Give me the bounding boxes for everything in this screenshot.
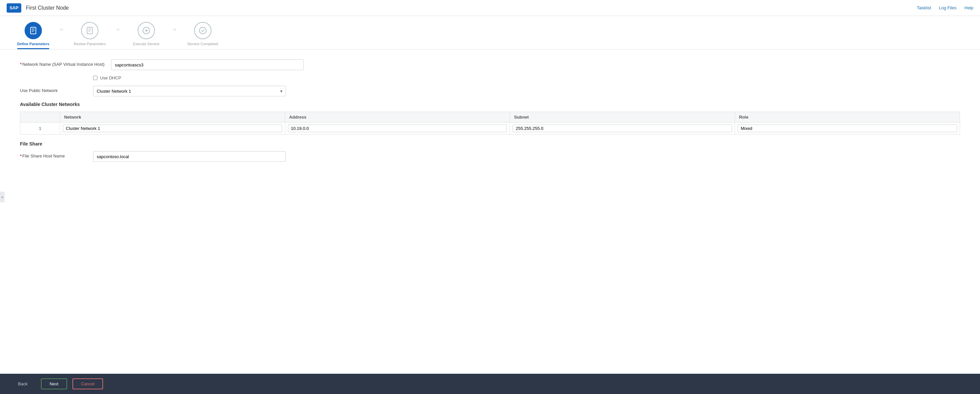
header-nav: Tasklist Log Files Help [917, 5, 974, 10]
wizard-arrow-3: ›› [166, 22, 183, 32]
tasklist-link[interactable]: Tasklist [917, 5, 931, 10]
help-link[interactable]: Help [964, 5, 974, 10]
wizard-arrow-2: ›› [110, 22, 126, 32]
define-step-label: Define Parameters [17, 42, 49, 49]
completed-step-icon [194, 22, 212, 39]
network-name-required: * [20, 62, 22, 67]
row-num: 1 [20, 122, 60, 135]
wizard-steps: Define Parameters ›› Review Parameters ›… [0, 16, 980, 49]
col-role: Role [735, 112, 960, 122]
footer: Back Next Cancel [0, 374, 980, 394]
wizard-step-execute[interactable]: Execute Service [126, 22, 166, 49]
svg-rect-4 [87, 27, 92, 34]
use-public-network-select-wrapper: Cluster Network 1 Cluster Network 2 [93, 86, 286, 96]
wizard-step-define[interactable]: Define Parameters [13, 22, 53, 49]
file-share-title: File Share [20, 141, 960, 146]
row-network-input[interactable] [63, 125, 282, 132]
row-subnet [510, 122, 735, 135]
row-role-input[interactable] [738, 125, 957, 132]
svg-point-10 [199, 27, 206, 34]
wizard-step-review[interactable]: Review Parameters [70, 22, 110, 49]
network-name-input-wrapper [111, 59, 304, 70]
review-step-icon [81, 22, 99, 39]
network-name-row: *Network Name (SAP Virtual Instance Host… [20, 59, 960, 70]
svg-rect-0 [30, 27, 36, 34]
define-step-icon [25, 22, 42, 39]
use-public-network-label: Use Public Network [20, 86, 86, 94]
main-content: *Network Name (SAP Virtual Instance Host… [0, 49, 980, 374]
row-subnet-input[interactable] [512, 125, 732, 132]
completed-step-label: Service Completed [188, 42, 218, 49]
use-dhcp-checkbox[interactable] [93, 76, 97, 80]
use-public-network-row: Use Public Network Cluster Network 1 Clu… [20, 86, 960, 96]
row-address [285, 122, 510, 135]
header: SAP First Cluster Node Tasklist Log File… [0, 0, 980, 16]
next-button[interactable]: Next [41, 378, 67, 389]
wizard-step-completed[interactable]: Service Completed [183, 22, 223, 49]
row-role [735, 122, 960, 135]
network-name-label: *Network Name (SAP Virtual Instance Host… [20, 59, 104, 67]
review-step-label: Review Parameters [74, 42, 106, 49]
cancel-button[interactable]: Cancel [72, 378, 103, 389]
back-button[interactable]: Back [10, 379, 35, 389]
available-cluster-networks-title: Available Cluster Networks [20, 102, 960, 107]
sap-logo: SAP [6, 3, 21, 13]
table-row: 1 [20, 122, 960, 135]
col-network: Network [60, 112, 285, 122]
wizard-arrow-1: ›› [53, 22, 70, 32]
file-share-required: * [20, 154, 22, 159]
col-num [20, 112, 60, 122]
network-name-input[interactable] [111, 59, 304, 70]
sidebar-toggle[interactable]: » [0, 192, 5, 202]
logfiles-link[interactable]: Log Files [939, 5, 957, 10]
svg-marker-9 [146, 29, 148, 32]
cluster-table: Network Address Subnet Role 1 [20, 112, 960, 135]
execute-step-label: Execute Service [133, 42, 159, 49]
row-address-input[interactable] [288, 125, 507, 132]
use-dhcp-label: Use DHCP [100, 75, 121, 80]
file-share-host-row: *File Share Host Name [20, 151, 960, 162]
row-network [60, 122, 285, 135]
col-address: Address [285, 112, 510, 122]
file-share-host-label: *File Share Host Name [20, 151, 86, 159]
page-title: First Cluster Node [26, 5, 69, 11]
file-share-host-input-wrapper [93, 151, 286, 162]
use-public-network-select[interactable]: Cluster Network 1 Cluster Network 2 [93, 86, 286, 96]
execute-step-icon [138, 22, 155, 39]
use-dhcp-row: Use DHCP [93, 75, 960, 80]
header-left: SAP First Cluster Node [6, 3, 69, 13]
col-subnet: Subnet [510, 112, 735, 122]
file-share-host-input[interactable] [93, 151, 286, 162]
use-public-network-wrapper: Cluster Network 1 Cluster Network 2 [93, 86, 286, 96]
